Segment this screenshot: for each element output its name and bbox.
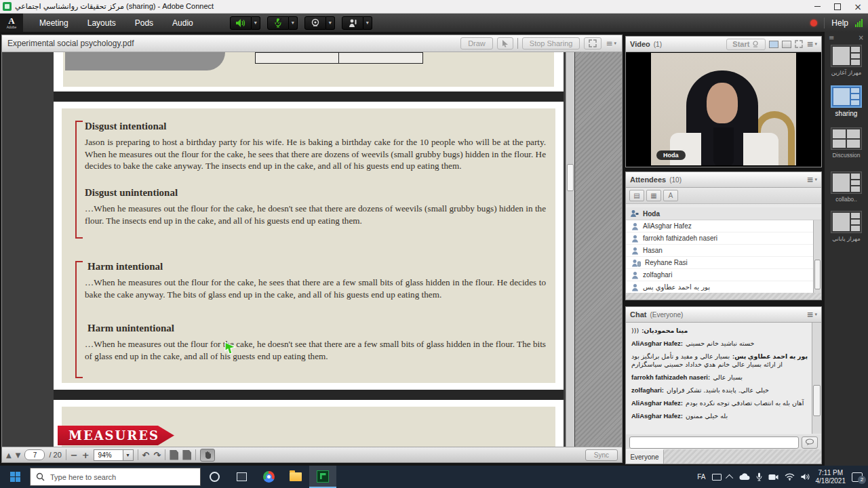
task-view-button[interactable] (228, 466, 255, 488)
chat-input[interactable] (629, 436, 799, 449)
draw-button[interactable]: Draw (460, 37, 493, 49)
grid-view-icon[interactable] (782, 41, 791, 48)
attendees-scrollbar-thumb[interactable] (814, 260, 821, 289)
attendees-scrollbar[interactable] (813, 220, 821, 293)
cortana-button[interactable] (201, 466, 228, 488)
chat-pod-menu-icon[interactable] (806, 310, 817, 319)
send-message-button[interactable] (802, 436, 818, 449)
video-pod-menu-icon[interactable] (806, 39, 817, 49)
menu-pods[interactable]: Pods (125, 14, 163, 32)
layout-item-sharing[interactable]: sharing (831, 85, 862, 117)
layouts-menu-icon[interactable]: ≡ (829, 34, 834, 41)
layout-item-opening[interactable]: مهراز آغازين (831, 45, 862, 76)
attendee-row[interactable]: AliAsghar Hafez (626, 220, 813, 232)
search-icon (36, 472, 45, 481)
section-heading: Disgust intentional (85, 121, 166, 132)
start-webcam-button[interactable]: Start (726, 39, 766, 50)
keyboard-icon[interactable] (712, 474, 722, 481)
attendee-row-host[interactable]: Hoda (626, 207, 821, 220)
attendees-list[interactable]: AliAsghar Hafez farrokh fathizadeh naser… (626, 220, 813, 293)
layouts-close-icon[interactable]: × (859, 34, 864, 41)
menu-meeting[interactable]: Meeting (30, 14, 78, 32)
webcam-button[interactable] (304, 16, 326, 30)
pdf-scrollbar-thumb[interactable] (567, 164, 574, 191)
rotate-left-button[interactable]: ↶ (142, 450, 150, 460)
attendees-pod: Attendees (10) ▤ ▦ A Hoda AliAsghar Hafe… (625, 171, 822, 300)
chat-message-list[interactable]: مينا محموديان:((( AliAsghar Hafez:خسته ن… (626, 323, 813, 434)
adobe-connect-icon (317, 470, 329, 483)
single-page-view-icon[interactable] (170, 450, 178, 460)
attendee-row[interactable]: پور يه احمد عطاوي پس (626, 281, 813, 293)
menu-help[interactable]: Help (831, 18, 848, 28)
video-fullscreen-icon[interactable] (795, 40, 803, 48)
chat-scrollbar-thumb[interactable] (813, 385, 821, 416)
onedrive-cloud-icon[interactable] (739, 473, 750, 481)
pointer-tool-button[interactable] (497, 37, 513, 49)
continuous-view-icon[interactable] (182, 450, 191, 460)
microphone-dropdown[interactable] (289, 16, 298, 30)
language-indicator[interactable]: FA (697, 473, 705, 481)
chrome-taskbar-button[interactable] (255, 466, 282, 488)
menu-audio[interactable]: Audio (163, 14, 203, 32)
attendee-row[interactable]: پور يه احمد عطاوي پس zolfaghari (626, 269, 813, 281)
start-button[interactable] (0, 466, 30, 488)
layout-item-discussion[interactable]: Discussion (831, 127, 862, 159)
menu-layouts[interactable]: Layouts (78, 14, 125, 32)
connection-signal-icon[interactable] (855, 19, 863, 27)
adobe-connect-taskbar-button[interactable] (309, 466, 336, 488)
speaker-button[interactable] (230, 16, 252, 30)
chat-tab-everyone[interactable]: Everyone (626, 449, 664, 464)
attendee-row[interactable]: Reyhane Rasi (626, 257, 813, 269)
page-number-input[interactable]: 7 (24, 449, 45, 460)
webcam-dropdown[interactable] (326, 16, 335, 30)
next-page-button[interactable]: ▼ (16, 451, 21, 459)
zoom-in-button[interactable]: + (82, 450, 90, 460)
maximize-button[interactable] (827, 0, 848, 13)
wifi-icon[interactable] (785, 473, 795, 481)
pdf-scrollbar[interactable] (566, 52, 574, 447)
taskbar-search[interactable]: Type here to search (30, 468, 201, 486)
attendee-row[interactable]: Hasan (626, 245, 813, 257)
chat-sender: farrokh fathizadeh naseri: (631, 373, 710, 381)
share-pod-header: Experimental social psychology.pdf Draw … (2, 35, 622, 52)
speaker-dropdown[interactable] (252, 16, 260, 30)
pdf-viewport[interactable]: Disgust intentional Jason is preparing t… (2, 52, 622, 447)
close-button[interactable] (848, 0, 868, 13)
microphone-button[interactable] (267, 16, 289, 30)
layout-item-closing[interactable]: مهراز پاياني (831, 211, 862, 242)
disgust-bracket (75, 121, 83, 239)
raise-hand-dropdown[interactable] (363, 16, 372, 30)
tray-microphone-icon[interactable] (756, 472, 762, 481)
zoom-level-input[interactable]: 94% (94, 449, 123, 461)
tray-camera-icon[interactable] (768, 474, 778, 481)
clock[interactable]: 7:11 PM 4/18/2021 (816, 469, 846, 485)
attendee-status-view-icon[interactable]: A (663, 190, 678, 201)
app-menubar: A Adobe Meeting Layouts Pods Audio (0, 14, 868, 32)
filmstrip-view-icon[interactable] (769, 41, 778, 48)
chat-pod: Chat (Everyone) مينا محموديان:((( AliAsg… (625, 306, 822, 464)
layout-item-collaboration[interactable]: collabo.. (831, 171, 862, 203)
share-pod-menu-icon[interactable] (606, 39, 616, 48)
attendee-list-view-icon[interactable]: ▤ (629, 190, 644, 201)
window-titlebar: مركز تحقيقات روانشناسي اجتماعي (sharing)… (0, 0, 868, 14)
minimize-button[interactable] (807, 0, 827, 13)
rotate-right-button[interactable]: ↷ (153, 450, 161, 460)
attendees-pod-menu-icon[interactable] (806, 175, 817, 184)
previous-page-button[interactable]: ▲ (6, 451, 12, 459)
stop-sharing-button[interactable]: Stop Sharing (522, 37, 580, 49)
attendee-breakout-view-icon[interactable]: ▦ (646, 190, 661, 201)
fullscreen-button[interactable] (584, 37, 601, 49)
attendee-row[interactable]: farrokh fathizadeh naseri (626, 232, 813, 245)
zoom-out-button[interactable]: − (71, 450, 78, 460)
attendees-title: Attendees (630, 176, 666, 184)
sync-button[interactable]: Sync (585, 449, 618, 461)
zoom-dropdown[interactable] (123, 449, 134, 461)
cortana-icon (210, 472, 220, 482)
action-center-button[interactable]: 2 (852, 472, 863, 482)
file-explorer-button[interactable] (282, 466, 309, 488)
raise-hand-button[interactable] (342, 16, 363, 30)
hidden-icons-chevron[interactable] (725, 474, 732, 481)
pan-tool-button[interactable] (200, 449, 215, 462)
chat-scrollbar[interactable] (812, 323, 821, 434)
volume-icon[interactable] (801, 473, 810, 481)
